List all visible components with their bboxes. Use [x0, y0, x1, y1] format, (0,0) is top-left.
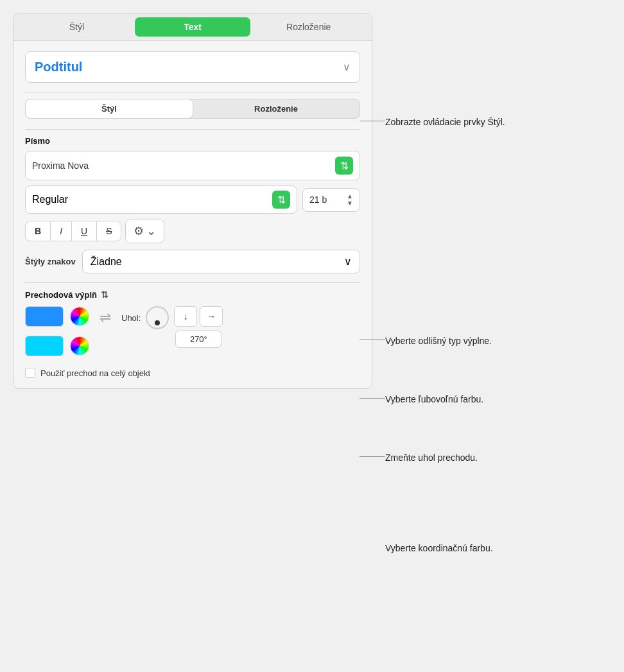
font-style-selector[interactable]: Regular ⇅	[25, 185, 297, 214]
font-size-box[interactable]: 21 b ▲ ▼	[302, 188, 360, 212]
annotation-text-5: Vyberte koordinačnú farbu.	[385, 542, 493, 555]
use-gradient-checkbox[interactable]	[25, 368, 35, 378]
annotation-text-4: Zmeňte uhol prechodu.	[385, 451, 478, 465]
char-style-value: Žiadne	[91, 256, 122, 268]
fill-section-label: Prechodová výplň ⇅	[25, 289, 360, 300]
annotation-style-controls: Zobrazte ovládacie prvky Štýl.	[385, 116, 597, 129]
checkbox-row: Použiť prechod na celý objekt	[25, 368, 360, 378]
paragraph-style-selector[interactable]: Podtitul ∨	[25, 51, 360, 83]
direction-right-btn[interactable]: →	[200, 306, 223, 327]
main-panel: Štýl Text Rozloženie Podtitul ∨ Štýl Roz…	[13, 13, 372, 389]
tab-bar: Štýl Text Rozloženie	[13, 13, 372, 41]
font-size-down[interactable]: ▼	[347, 200, 353, 207]
color-column	[25, 306, 89, 361]
format-group: B I U S	[25, 221, 121, 241]
fill-type-stepper[interactable]: ⇅	[101, 289, 108, 300]
fill-label-text: Prechodová výplň	[25, 290, 97, 300]
divider-3	[25, 282, 360, 283]
color-wheel-btn-1[interactable]	[70, 307, 89, 326]
annotation-line-1	[360, 121, 385, 121]
tab-style[interactable]: Štýl	[19, 17, 135, 37]
underline-button[interactable]: U	[72, 221, 97, 241]
font-name-selector[interactable]: Proxima Nova ⇅	[25, 151, 360, 180]
direction-down-btn[interactable]: ↓	[174, 306, 197, 327]
char-style-label: Štýly znakov	[25, 257, 76, 266]
gear-chevron: ⌄	[146, 224, 156, 238]
angle-control[interactable]	[146, 306, 169, 329]
color-row-2	[25, 336, 89, 356]
color-row-1	[25, 306, 89, 327]
color-swatch-2[interactable]	[25, 336, 64, 356]
paragraph-style-value: Podtitul	[35, 60, 82, 74]
divider-2	[25, 129, 360, 130]
angle-value-box[interactable]: 270°	[175, 331, 221, 348]
middle-controls: ⇌ Uhol:	[100, 306, 169, 329]
char-style-select[interactable]: Žiadne ∨	[82, 250, 360, 273]
tab-layout[interactable]: Rozloženie	[250, 17, 367, 37]
font-style-row: Regular ⇅ 21 b ▲ ▼	[25, 185, 360, 214]
sub-tab-layout[interactable]: Rozloženie	[193, 99, 360, 118]
font-section-label: Písmo	[25, 136, 360, 146]
char-style-row: Štýly znakov Žiadne ∨	[25, 250, 360, 273]
right-controls: ↓ → 270°	[174, 306, 223, 348]
gradient-controls: ⇌	[100, 309, 111, 326]
annotations-panel: Zobrazte ovládacie prvky Štýl. Vyberte o…	[372, 13, 597, 594]
font-name-value: Proxima Nova	[32, 160, 89, 171]
color-wheel-btn-2[interactable]	[70, 336, 89, 356]
annotation-line-3	[360, 398, 385, 399]
annotation-color-pick: Vyberte ľubovoľnú farbu.	[385, 393, 597, 406]
annotation-line-2	[360, 340, 385, 340]
font-style-stepper[interactable]: ⇅	[272, 191, 290, 209]
divider-1	[25, 92, 360, 92]
angle-dot	[155, 320, 160, 325]
bold-button[interactable]: B	[26, 221, 51, 241]
annotation-text-1: Zobrazte ovládacie prvky Štýl.	[385, 116, 505, 129]
annotation-text-2: Vyberte odlišný typ výplne.	[385, 334, 492, 348]
gear-button[interactable]: ⚙ ⌄	[125, 219, 164, 243]
font-stepper-icon[interactable]: ⇅	[335, 157, 353, 175]
paragraph-style-chevron: ∨	[343, 61, 351, 73]
panel-content: Podtitul ∨ Štýl Rozloženie Písmo Proxima…	[13, 41, 372, 388]
italic-button[interactable]: I	[51, 221, 72, 241]
annotation-text-3: Vyberte ľubovoľnú farbu.	[385, 393, 483, 406]
char-style-chevron: ∨	[344, 255, 352, 268]
angle-label: Uhol:	[121, 313, 141, 323]
direction-btn-row: ↓ →	[174, 306, 223, 327]
annotation-line-4	[360, 456, 385, 457]
font-style-value: Regular	[32, 194, 68, 205]
checkbox-label: Použiť prechod na celý objekt	[40, 368, 150, 378]
strikethrough-button[interactable]: S	[97, 221, 121, 241]
format-row: B I U S ⚙ ⌄	[25, 219, 360, 243]
font-size-up[interactable]: ▲	[347, 193, 353, 200]
font-size-stepper[interactable]: ▲ ▼	[347, 193, 353, 207]
font-size-value: 21 b	[309, 194, 327, 205]
gear-icon: ⚙	[134, 224, 144, 238]
swap-arrows-icon[interactable]: ⇌	[100, 309, 111, 326]
annotation-angle: Zmeňte uhol prechodu.	[385, 451, 597, 465]
sub-tab-style[interactable]: Štýl	[26, 99, 193, 118]
tab-text[interactable]: Text	[135, 17, 251, 37]
sub-tab-bar: Štýl Rozloženie	[25, 99, 360, 119]
annotation-coord-color: Vyberte koordinačnú farbu.	[385, 542, 597, 555]
annotation-fill-type: Vyberte odlišný typ výplne.	[385, 334, 597, 348]
color-swatch-1[interactable]	[25, 306, 64, 327]
fill-row-container: ⇌ Uhol: ↓ → 270°	[25, 306, 360, 361]
